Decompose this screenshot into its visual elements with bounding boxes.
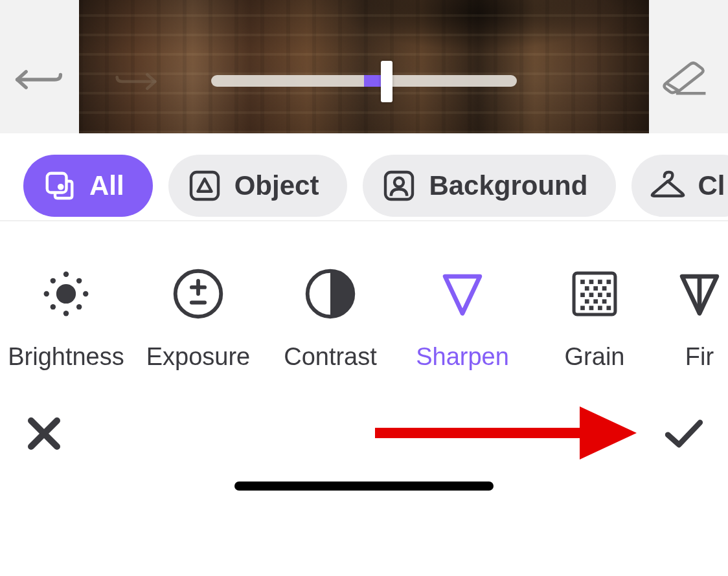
action-bar bbox=[0, 390, 728, 506]
svg-point-7 bbox=[63, 272, 69, 277]
eraser-icon bbox=[659, 61, 709, 100]
chip-background[interactable]: Background bbox=[363, 155, 616, 217]
undo-button[interactable] bbox=[13, 61, 65, 100]
contrast-icon bbox=[303, 267, 358, 321]
object-icon bbox=[187, 168, 223, 204]
sharpen-icon bbox=[435, 267, 490, 321]
svg-rect-23 bbox=[598, 280, 602, 284]
redo-button[interactable] bbox=[113, 69, 159, 94]
svg-rect-3 bbox=[191, 172, 218, 199]
tool-label: Exposure bbox=[146, 343, 251, 371]
tool-exposure[interactable]: Exposure bbox=[132, 267, 264, 390]
svg-rect-24 bbox=[606, 280, 611, 284]
tool-contrast[interactable]: Contrast bbox=[264, 267, 396, 390]
svg-point-10 bbox=[83, 291, 88, 296]
svg-point-6 bbox=[56, 284, 76, 304]
tool-grain[interactable]: Grain bbox=[529, 267, 661, 390]
svg-rect-38 bbox=[606, 305, 611, 310]
chip-label: Cl bbox=[698, 170, 725, 201]
svg-rect-34 bbox=[602, 299, 607, 304]
brightness-icon bbox=[39, 267, 93, 321]
svg-rect-1 bbox=[47, 173, 67, 193]
svg-rect-22 bbox=[589, 280, 594, 284]
svg-point-11 bbox=[51, 278, 56, 283]
scope-chip-row: All Object Background Cl bbox=[0, 133, 728, 217]
svg-point-5 bbox=[394, 178, 404, 187]
svg-point-9 bbox=[44, 291, 49, 296]
svg-point-14 bbox=[76, 304, 82, 309]
tool-fine[interactable]: Fir bbox=[661, 267, 728, 390]
svg-rect-32 bbox=[585, 299, 589, 304]
tool-label: Grain bbox=[565, 343, 625, 371]
svg-point-13 bbox=[51, 304, 56, 309]
tool-sharpen[interactable]: Sharpen bbox=[396, 267, 529, 390]
image-preview[interactable] bbox=[79, 0, 649, 133]
exposure-icon bbox=[171, 267, 225, 321]
tool-label: Fir bbox=[685, 343, 714, 371]
fine-icon bbox=[672, 267, 727, 321]
svg-rect-33 bbox=[593, 299, 598, 304]
svg-rect-26 bbox=[593, 286, 598, 291]
svg-point-2 bbox=[59, 185, 62, 188]
svg-marker-43 bbox=[580, 406, 637, 460]
tool-label: Sharpen bbox=[416, 343, 509, 371]
chip-object[interactable]: Object bbox=[168, 155, 348, 217]
annotation-arrow bbox=[372, 403, 638, 463]
adjust-tool-row: Brightness Exposure Contrast Sha bbox=[0, 221, 728, 390]
confirm-button[interactable] bbox=[658, 409, 710, 461]
chip-clothes[interactable]: Cl bbox=[631, 155, 728, 217]
tool-label: Contrast bbox=[284, 343, 377, 371]
svg-rect-30 bbox=[598, 293, 602, 297]
person-icon bbox=[381, 168, 417, 204]
chip-label: All bbox=[89, 170, 124, 201]
svg-rect-36 bbox=[589, 305, 594, 310]
svg-rect-25 bbox=[585, 286, 589, 291]
redo-icon bbox=[113, 85, 159, 96]
slider-thumb[interactable] bbox=[381, 61, 392, 102]
chip-all[interactable]: All bbox=[23, 155, 153, 217]
layers-icon bbox=[41, 168, 78, 204]
svg-rect-29 bbox=[589, 293, 594, 297]
svg-point-8 bbox=[63, 311, 69, 316]
grain-icon bbox=[567, 267, 622, 321]
chip-label: Background bbox=[429, 170, 587, 201]
svg-rect-37 bbox=[598, 305, 602, 310]
chip-label: Object bbox=[234, 170, 319, 201]
tool-label: Brightness bbox=[8, 343, 124, 371]
adjust-slider[interactable] bbox=[211, 75, 517, 87]
home-indicator[interactable] bbox=[234, 482, 494, 491]
tool-brightness[interactable]: Brightness bbox=[0, 267, 132, 390]
erase-button[interactable] bbox=[658, 61, 710, 100]
cancel-button[interactable] bbox=[18, 409, 70, 461]
undo-icon bbox=[14, 61, 63, 100]
svg-rect-27 bbox=[602, 286, 607, 291]
svg-rect-31 bbox=[606, 293, 611, 297]
svg-rect-28 bbox=[580, 293, 585, 297]
close-icon bbox=[25, 414, 63, 456]
svg-point-12 bbox=[76, 278, 82, 283]
editor-canvas bbox=[0, 0, 728, 133]
check-icon bbox=[665, 414, 703, 456]
svg-rect-35 bbox=[580, 305, 585, 310]
svg-rect-21 bbox=[580, 280, 585, 284]
hanger-icon bbox=[650, 168, 686, 204]
